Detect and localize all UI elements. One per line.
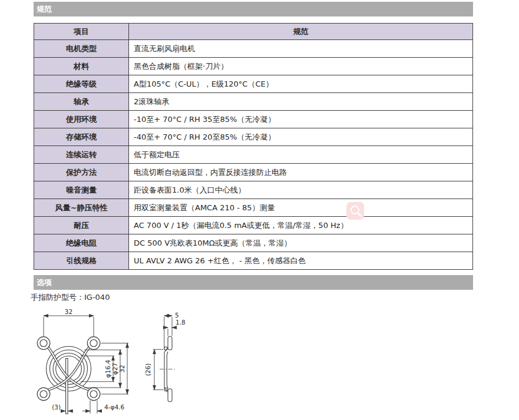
side-view-dimensions	[153, 316, 177, 390]
row-value: 黑色合成树脂（框架·刀片）	[129, 58, 473, 75]
dim-mount-holes: 4-φ4.6	[104, 404, 124, 411]
row-value: -10至+ 70°C / RH 35至85%（无冷凝）	[129, 111, 473, 128]
row-value: 直流无刷风扇电机	[129, 40, 473, 58]
row-value: 电流切断自动返回型，内置反接连接防止电路	[129, 164, 473, 181]
row-value: A型105°C（C-UL），E级120°C（CE）	[129, 75, 473, 93]
row-label: 轴承	[34, 93, 129, 111]
row-label: 耐压	[34, 217, 129, 234]
table-row: 材料 黑色合成树脂（框架·刀片）	[34, 58, 473, 75]
row-label: 引线规格	[34, 252, 129, 270]
row-label: 保护方法	[34, 164, 129, 181]
column-header-spec: 规范	[129, 24, 473, 40]
row-label: 使用环境	[34, 111, 129, 128]
table-row: 使用环境 -10至+ 70°C / RH 35至85%（无冷凝）	[34, 111, 473, 128]
table-row: 绝缘等级 A型105°C（C-UL），E级120°C（CE）	[34, 75, 473, 93]
table-row: 噪音测量 距设备表面1.0米（入口中心线）	[34, 181, 473, 199]
dim-outer-diameter: φ27	[111, 363, 118, 375]
row-label: 绝缘电阻	[34, 234, 129, 252]
row-label: 风量~静压特性	[34, 199, 129, 217]
table-row: 绝缘电阻 DC 500 V兆欧表10MΩ或更高（常温，常湿）	[34, 234, 473, 252]
finger-guard-model-note: 手指防护型号：IG-040	[31, 292, 110, 303]
spec-section-header: 规范	[34, 2, 473, 16]
row-value: AC 700 V / 1秒（漏电流0.5 mA或更低，常温/常湿，50 Hz）	[129, 217, 473, 234]
spec-section-title: 规范	[37, 5, 52, 14]
search-handle-glyph	[358, 213, 362, 217]
row-value: 用双室测量装置（AMCA 210 - 85）测量	[129, 199, 473, 217]
dim-inner-diameter: φ16.4	[104, 360, 111, 378]
spec-table: 项目 规范 电机类型 直流无刷风扇电机 材料 黑色合成树脂（框架·刀片） 绝缘等…	[34, 23, 473, 270]
row-value: 距设备表面1.0米（入口中心线）	[129, 181, 473, 199]
row-value: 2滚珠轴承	[129, 93, 473, 111]
row-value: 低于额定电压	[129, 146, 473, 164]
table-header-row: 项目 规范	[34, 24, 473, 40]
table-row: 电机类型 直流无刷风扇电机	[34, 40, 473, 58]
table-row: 保护方法 电流切断自动返回型，内置反接连接防止电路	[34, 164, 473, 181]
dim-front-width: 32	[65, 308, 72, 315]
row-label: 存储环境	[34, 128, 129, 146]
row-label: 噪音测量	[34, 181, 129, 199]
dim-side-depth: 5	[175, 312, 179, 319]
dim-side-thickness: 1.8	[176, 319, 186, 326]
dim-side-span: (26)	[144, 363, 151, 376]
row-value: DC 500 V兆欧表10MΩ或更高（常温，常湿）	[129, 234, 473, 252]
row-value: -40至+ 70°C / RH 20至85%（无冷凝）	[129, 128, 473, 146]
search-icon[interactable]	[346, 202, 364, 220]
dim-front-height: 32	[118, 365, 125, 372]
row-value: UL AVLV 2 AWG 26 +红色， - 黑色，传感器白色	[129, 252, 473, 270]
options-section-title: 选项	[37, 278, 52, 287]
row-label: 电机类型	[34, 40, 129, 58]
column-header-item: 项目	[34, 24, 129, 40]
table-row: 风量~静压特性 用双室测量装置（AMCA 210 - 85）测量	[34, 199, 473, 217]
row-label: 材料	[34, 58, 129, 75]
row-label: 连续运转	[34, 146, 129, 164]
table-row: 存储环境 -40至+ 70°C / RH 20至85%（无冷凝）	[34, 128, 473, 146]
table-row: 引线规格 UL AVLV 2 AWG 26 +红色， - 黑色，传感器白色	[34, 252, 473, 270]
table-row: 耐压 AC 700 V / 1秒（漏电流0.5 mA或更低，常温/常湿，50 H…	[34, 217, 473, 234]
row-label: 绝缘等级	[34, 75, 129, 93]
finger-guard-drawing: 32 φ16.4 φ27 32 (3) 4-φ4.6 5 1.8 (26)	[24, 306, 213, 420]
dim-wire-offset: (3)	[52, 404, 61, 411]
table-row: 轴承 2滚珠轴承	[34, 93, 473, 111]
options-section-header: 选项	[34, 275, 473, 290]
table-row: 连续运转 低于额定电压	[34, 146, 473, 164]
